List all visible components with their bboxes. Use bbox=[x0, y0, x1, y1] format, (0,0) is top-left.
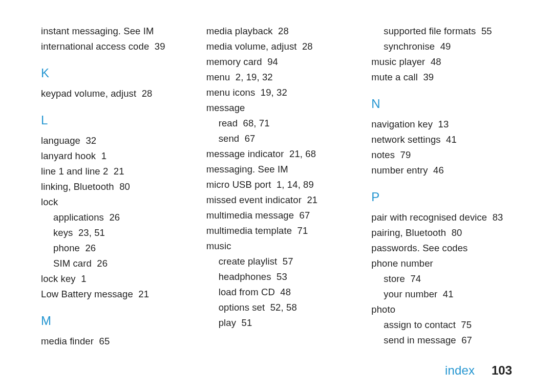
entry-text: multimedia message bbox=[206, 210, 294, 221]
index-entry: message bbox=[206, 100, 347, 116]
index-subentry: load from CD 48 bbox=[206, 285, 347, 300]
entry-text: memory card bbox=[206, 56, 262, 67]
index-entry: pair with recognised device 83 bbox=[371, 210, 512, 225]
entry-text: linking, Bluetooth bbox=[41, 181, 114, 192]
index-entry: photo bbox=[371, 302, 512, 317]
index-entry: instant messaging. See IM bbox=[41, 24, 182, 39]
entry-pages: 19, 32 bbox=[261, 87, 287, 98]
index-entry: media finder 65 bbox=[41, 334, 182, 349]
index-letter-l: L bbox=[41, 113, 182, 128]
entry-pages: 67 bbox=[245, 133, 256, 144]
index-subentry: send in message 67 bbox=[371, 333, 512, 348]
entry-text: Low Battery message bbox=[41, 289, 133, 299]
index-subentry: applications 26 bbox=[41, 210, 182, 225]
index-subentry: keys 23, 51 bbox=[41, 225, 182, 241]
entry-text: network settings bbox=[371, 134, 440, 145]
index-letter-k: K bbox=[41, 66, 182, 81]
entry-text: music bbox=[206, 241, 231, 251]
column-1: instant messaging. See IM international … bbox=[41, 24, 182, 349]
index-entry: media playback 28 bbox=[206, 24, 347, 39]
entry-text: navigation key bbox=[371, 119, 433, 129]
entry-pages: 94 bbox=[267, 56, 278, 67]
entry-pages: 13 bbox=[438, 119, 449, 129]
index-entry: multimedia template 71 bbox=[206, 223, 347, 238]
index-entry: memory card 94 bbox=[206, 54, 347, 70]
entry-pages: 1, 14, 89 bbox=[276, 179, 314, 190]
entry-text: keypad volume, adjust bbox=[41, 88, 136, 99]
entry-text: load from CD bbox=[219, 287, 275, 297]
entry-text: assign to contact bbox=[384, 319, 456, 330]
entry-text: media volume, adjust bbox=[206, 41, 297, 52]
index-entry: line 1 and line 2 21 bbox=[41, 164, 182, 179]
index-subentry: options set 52, 58 bbox=[206, 300, 347, 315]
entry-pages: 32 bbox=[86, 135, 96, 146]
column-2: media playback 28 media volume, adjust 2… bbox=[206, 24, 347, 349]
index-entry: media volume, adjust 28 bbox=[206, 39, 347, 54]
index-page: instant messaging. See IM international … bbox=[0, 0, 553, 392]
entry-pages: 83 bbox=[493, 212, 503, 223]
entry-pages: 28 bbox=[302, 41, 313, 52]
entry-pages: 53 bbox=[276, 271, 287, 282]
entry-pages: 23, 51 bbox=[78, 227, 105, 238]
entry-text: applications bbox=[53, 212, 104, 223]
index-entry: notes 79 bbox=[371, 147, 512, 163]
entry-pages: 21 bbox=[114, 166, 124, 177]
entry-pages: 80 bbox=[119, 181, 130, 192]
index-entry: Low Battery message 21 bbox=[41, 287, 182, 302]
index-subentry: create playlist 57 bbox=[206, 254, 347, 269]
entry-pages: 39 bbox=[155, 41, 165, 52]
index-entry: navigation key 13 bbox=[371, 117, 512, 132]
entry-text: send in message bbox=[384, 335, 456, 345]
entry-pages: 65 bbox=[99, 336, 110, 346]
entry-text: phone number bbox=[371, 258, 433, 269]
entry-pages: 48 bbox=[431, 56, 441, 67]
entry-pages: 67 bbox=[461, 335, 472, 345]
entry-text: lock bbox=[41, 197, 58, 207]
index-subentry: send 67 bbox=[206, 131, 347, 146]
index-subentry: supported file formats 55 bbox=[371, 24, 512, 39]
index-entry: passwords. See codes bbox=[371, 241, 512, 256]
entry-pages: 79 bbox=[400, 149, 411, 160]
entry-text: multimedia template bbox=[206, 225, 292, 236]
entry-pages: 80 bbox=[452, 227, 462, 238]
entry-text: language bbox=[41, 135, 80, 146]
columns: instant messaging. See IM international … bbox=[41, 24, 512, 349]
entry-pages: 55 bbox=[481, 26, 492, 36]
index-subentry: phone 26 bbox=[41, 241, 182, 256]
entry-pages: 28 bbox=[278, 26, 289, 36]
entry-text: headphones bbox=[219, 271, 271, 282]
index-subentry: read 68, 71 bbox=[206, 116, 347, 131]
index-entry: micro USB port 1, 14, 89 bbox=[206, 177, 347, 192]
entry-pages: 51 bbox=[242, 317, 252, 328]
entry-pages: 26 bbox=[97, 258, 108, 269]
entry-text: lock key bbox=[41, 273, 76, 284]
entry-pages: 1 bbox=[101, 150, 107, 161]
index-entry: linking, Bluetooth 80 bbox=[41, 179, 182, 194]
entry-pages: 21, 68 bbox=[289, 148, 316, 159]
index-entry: lanyard hook 1 bbox=[41, 148, 182, 164]
entry-text: play bbox=[219, 317, 236, 328]
entry-pages: 68, 71 bbox=[243, 118, 270, 128]
section-label: index bbox=[445, 363, 475, 377]
entry-text: SIM card bbox=[53, 258, 92, 269]
entry-text: store bbox=[384, 273, 405, 284]
entry-text: number entry bbox=[371, 165, 428, 176]
index-letter-p: P bbox=[371, 189, 512, 205]
index-subentry: SIM card 26 bbox=[41, 256, 182, 271]
entry-pages: 71 bbox=[297, 225, 308, 236]
index-entry: international access code 39 bbox=[41, 39, 182, 54]
index-entry: phone number bbox=[371, 256, 512, 271]
entry-text: media playback bbox=[206, 26, 273, 36]
entry-text: options set bbox=[219, 302, 265, 313]
page-footer: index 103 bbox=[445, 363, 512, 378]
index-entry: multimedia message 67 bbox=[206, 208, 347, 223]
entry-pages: 2, 19, 32 bbox=[236, 72, 273, 82]
index-subentry: assign to contact 75 bbox=[371, 317, 512, 333]
entry-text: create playlist bbox=[219, 256, 278, 267]
index-entry: music bbox=[206, 238, 347, 254]
index-entry: language 32 bbox=[41, 133, 182, 148]
index-subentry: your number 41 bbox=[371, 287, 512, 302]
index-subentry: synchronise 49 bbox=[371, 39, 512, 54]
entry-pages: 74 bbox=[410, 273, 421, 284]
entry-text: notes bbox=[371, 149, 395, 160]
